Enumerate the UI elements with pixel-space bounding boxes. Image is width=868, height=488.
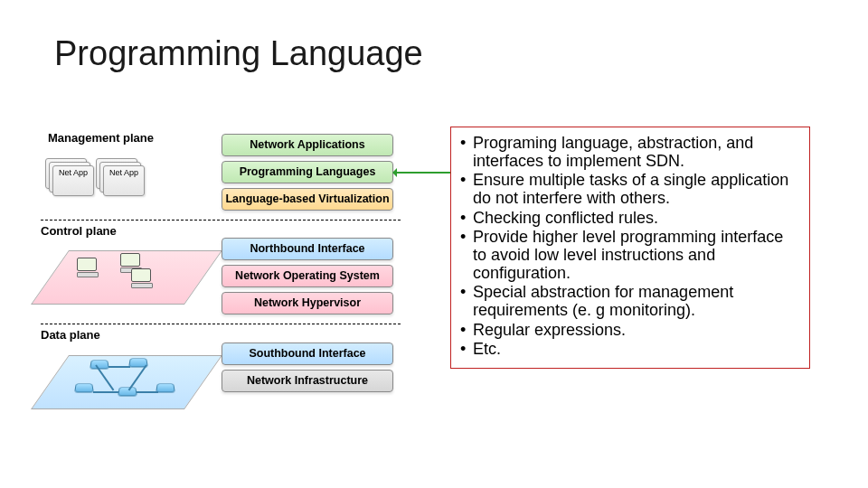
sdn-diagram: Management plane Net App Net App Net App… — [41, 131, 420, 474]
slide-title: Programming Language — [54, 34, 423, 73]
data-plane-plate — [31, 355, 222, 409]
bullet-item: Etc. — [460, 340, 800, 358]
network-edge — [93, 391, 118, 393]
net-app-stack: Net App Net App Net App — [96, 158, 143, 194]
net-app-card-label: Net App — [59, 168, 88, 177]
divider — [41, 324, 401, 324]
network-edge — [108, 366, 130, 368]
server-icon — [77, 258, 100, 279]
layer-network-operating-system: Network Operating System — [222, 265, 393, 287]
layer-northbound-interface: Northbound Interface — [222, 238, 393, 260]
switch-icon — [74, 383, 94, 392]
network-edge — [137, 391, 158, 393]
bullet-list-box: Programing language, abstraction, and in… — [450, 127, 810, 369]
arrow-to-programming-languages — [395, 172, 451, 174]
plane-label-control: Control plane — [41, 224, 117, 238]
net-app-card: Net App — [103, 165, 145, 196]
net-app-card: Net App — [52, 165, 94, 196]
plane-label-data: Data plane — [41, 328, 100, 342]
bullet-item: Special abstraction for management requi… — [460, 283, 800, 319]
layer-southbound-interface: Southbound Interface — [222, 343, 393, 365]
net-app-card-label: Net App — [109, 168, 138, 177]
net-app-stack-row: Net App Net App Net App Net App Net App … — [45, 158, 143, 194]
divider — [41, 220, 401, 221]
bullet-item: Ensure multiple tasks of a single applic… — [460, 171, 800, 207]
switch-icon — [156, 383, 175, 392]
server-icon — [131, 268, 155, 290]
bullet-item: Provide higher level programming interfa… — [460, 228, 800, 282]
bullet-item: Checking conflicted rules. — [460, 209, 800, 227]
net-app-stack: Net App Net App Net App — [45, 158, 92, 194]
bullet-item: Programing language, abstraction, and in… — [460, 134, 800, 170]
layer-language-based-virtualization: Language-based Virtualization — [222, 188, 393, 211]
bullet-item: Regular expressions. — [460, 321, 800, 339]
plane-label-management: Management plane — [48, 131, 154, 145]
layer-network-applications: Network Applications — [222, 134, 393, 156]
layer-programming-languages: Programming Languages — [222, 161, 393, 183]
layer-network-infrastructure: Network Infrastructure — [222, 370, 393, 392]
layer-network-hypervisor: Network Hypervisor — [222, 292, 393, 314]
